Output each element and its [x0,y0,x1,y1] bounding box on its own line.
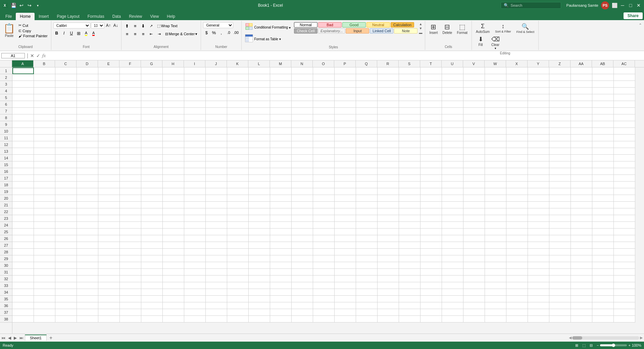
sheet-nav-prev[interactable]: ◀ [7,336,12,340]
cell-AC17[interactable] [614,175,635,182]
cell-Z7[interactable] [549,108,571,114]
row-number-15[interactable]: 15 [0,161,12,168]
cell-J12[interactable] [206,141,227,148]
cell-J35[interactable] [206,296,227,302]
cell-F36[interactable] [120,302,141,309]
row-number-19[interactable]: 19 [0,188,12,195]
cell-O16[interactable] [313,168,335,175]
cell-E33[interactable] [98,282,120,289]
cell-V5[interactable] [463,94,485,101]
cell-U19[interactable] [442,188,463,195]
cell-O15[interactable] [313,161,335,168]
cell-X34[interactable] [506,289,528,296]
cell-D23[interactable] [77,215,98,222]
cell-B28[interactable] [34,249,55,255]
cell-O32[interactable] [313,276,335,282]
cell-H24[interactable] [163,222,184,229]
cell-F4[interactable] [120,88,141,94]
col-header-D[interactable]: D [77,60,98,67]
cell-M8[interactable] [270,114,292,121]
cell-P34[interactable] [335,289,356,296]
cell-T31[interactable] [420,269,442,276]
sheet-tab-sheet1[interactable]: Sheet1 [25,335,47,341]
cell-AA35[interactable] [571,296,592,302]
col-header-I[interactable]: I [184,60,205,67]
styles-scroll-up[interactable]: ▲ [419,22,423,26]
cell-P11[interactable] [335,135,356,141]
cell-N2[interactable] [292,74,313,81]
row-number-10[interactable]: 10 [0,128,12,135]
cell-U30[interactable] [442,262,463,269]
cell-S20[interactable] [399,195,420,202]
cell-K2[interactable] [227,74,249,81]
cell-R16[interactable] [378,168,399,175]
cell-O21[interactable] [313,202,335,208]
cell-AA6[interactable] [571,101,592,108]
cell-I6[interactable] [184,101,206,108]
cell-M10[interactable] [270,128,292,135]
cell-N38[interactable] [292,316,313,322]
cell-E3[interactable] [98,81,120,88]
cell-P21[interactable] [335,202,356,208]
cell-V8[interactable] [463,114,485,121]
format-button[interactable]: ⬚ Format [455,22,469,35]
cell-W6[interactable] [485,101,506,108]
cell-U23[interactable] [442,215,463,222]
cell-V37[interactable] [463,309,485,316]
cell-Q31[interactable] [356,269,378,276]
cell-Y14[interactable] [528,155,549,161]
col-header-AC[interactable]: AC [613,60,635,67]
cell-AA22[interactable] [571,208,592,215]
cell-Z30[interactable] [549,262,571,269]
cell-G15[interactable] [141,161,163,168]
cell-O30[interactable] [313,262,335,269]
row-number-24[interactable]: 24 [0,222,12,229]
cell-E29[interactable] [98,255,120,262]
cell-S27[interactable] [399,242,420,249]
cell-X1[interactable] [506,67,528,74]
cell-N17[interactable] [292,175,313,182]
cell-AA5[interactable] [571,94,592,101]
col-header-T[interactable]: T [420,60,442,67]
row-number-12[interactable]: 12 [0,141,12,148]
cell-AC18[interactable] [614,182,635,188]
cell-A26[interactable] [12,235,34,242]
cell-E38[interactable] [98,316,120,322]
cell-A21[interactable] [12,202,34,208]
row-number-25[interactable]: 25 [0,229,12,235]
cell-W25[interactable] [485,229,506,235]
cell-V10[interactable] [463,128,485,135]
cell-R18[interactable] [378,182,399,188]
col-header-X[interactable]: X [506,60,528,67]
cell-K27[interactable] [227,242,249,249]
cell-K5[interactable] [227,94,249,101]
cell-Y10[interactable] [528,128,549,135]
cell-F29[interactable] [120,255,141,262]
cell-R11[interactable] [378,135,399,141]
cell-AA25[interactable] [571,229,592,235]
cell-I24[interactable] [184,222,206,229]
cell-P32[interactable] [335,276,356,282]
cell-W36[interactable] [485,302,506,309]
cell-O17[interactable] [313,175,335,182]
cell-G26[interactable] [141,235,163,242]
cell-X12[interactable] [506,141,528,148]
cell-AA19[interactable] [571,188,592,195]
cell-U38[interactable] [442,316,463,322]
col-header-N[interactable]: N [291,60,313,67]
cell-Z15[interactable] [549,161,571,168]
cell-C32[interactable] [55,276,77,282]
cell-P14[interactable] [335,155,356,161]
cell-H6[interactable] [163,101,184,108]
cell-H23[interactable] [163,215,184,222]
cell-R31[interactable] [378,269,399,276]
cell-M36[interactable] [270,302,292,309]
cell-K37[interactable] [227,309,249,316]
cell-U36[interactable] [442,302,463,309]
cell-W33[interactable] [485,282,506,289]
cell-AA12[interactable] [571,141,592,148]
cell-D37[interactable] [77,309,98,316]
cell-T36[interactable] [420,302,442,309]
cell-AC10[interactable] [614,128,635,135]
cell-P27[interactable] [335,242,356,249]
